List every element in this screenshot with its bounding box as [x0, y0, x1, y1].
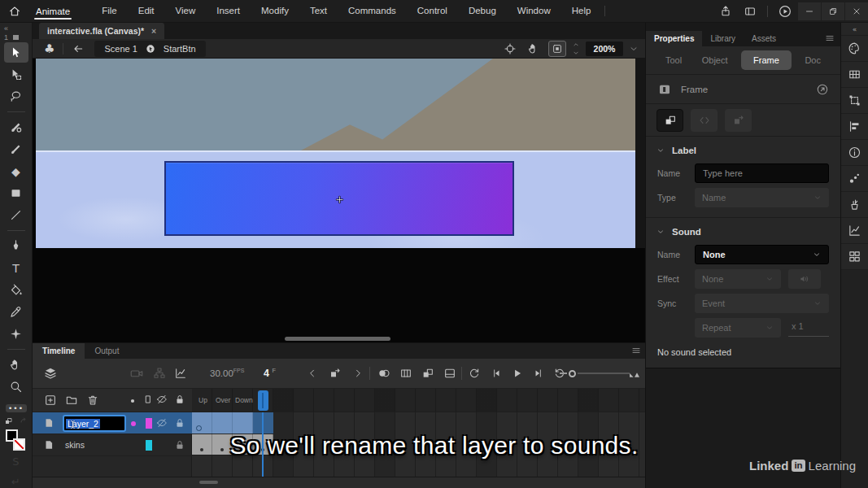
label-name-input[interactable]: Type here [695, 163, 829, 183]
menu-control[interactable]: Control [407, 0, 458, 22]
panel-align-button[interactable] [841, 113, 868, 139]
panel-transform-button[interactable] [841, 87, 868, 113]
tool-fluid-brush[interactable] [4, 117, 28, 137]
play-button[interactable] [509, 365, 526, 381]
label-type-select[interactable]: Name [695, 188, 829, 207]
tool-pen[interactable] [4, 236, 28, 256]
app-name[interactable]: Animate [29, 0, 81, 22]
fps-display[interactable]: 30.00FPS [210, 368, 244, 378]
layer-outline-dot[interactable] [131, 421, 136, 426]
default-colors-icon[interactable] [4, 416, 14, 426]
sound-sync-select[interactable]: Event [695, 294, 829, 313]
properties-mode-tool[interactable]: Tool [659, 51, 688, 69]
lock-column-icon[interactable] [174, 394, 185, 405]
properties-mode-doc[interactable]: Doc [798, 51, 827, 69]
tool-asset-warp[interactable] [4, 324, 28, 344]
panel-tab-assets[interactable]: Assets [744, 31, 784, 46]
auto-keyframe-button[interactable] [656, 109, 683, 132]
tool-text[interactable]: T [4, 258, 28, 278]
camera-button[interactable] [129, 365, 145, 381]
menu-view[interactable]: View [165, 0, 207, 22]
tool-lasso[interactable] [4, 86, 28, 107]
test-movie-button[interactable] [773, 0, 797, 22]
zoom-stepper[interactable] [572, 41, 580, 56]
graph-editor-button[interactable] [172, 365, 189, 381]
breadcrumb-symbol[interactable]: StartBtn [164, 44, 196, 54]
insert-keyframe-button[interactable] [327, 365, 343, 381]
step-back-button[interactable] [488, 365, 504, 381]
tool-eraser[interactable]: ◆ [4, 161, 28, 181]
onion-skin-outlines-button[interactable] [398, 365, 414, 381]
loop-count-input[interactable]: x 1 [788, 319, 829, 337]
panel-history-button[interactable] [841, 217, 868, 243]
new-layer-button[interactable] [44, 394, 57, 407]
fill-column-icon[interactable] [142, 394, 154, 405]
selected-frames[interactable] [192, 412, 253, 434]
tool-paint-bucket[interactable] [4, 280, 28, 300]
prev-keyframe-button[interactable] [304, 365, 321, 381]
sound-name-select[interactable]: None [695, 245, 829, 264]
swap-colors-icon[interactable] [19, 416, 28, 426]
properties-mode-object[interactable]: Object [696, 51, 735, 69]
workspace-button[interactable] [738, 0, 762, 22]
panel-info-button[interactable] [841, 139, 868, 165]
next-keyframe-button[interactable] [350, 365, 366, 381]
timeline-menu-icon[interactable] [631, 346, 641, 355]
back-icon[interactable] [72, 42, 85, 55]
layer-color-chip[interactable] [146, 418, 152, 429]
tool-classic-brush[interactable] [4, 139, 28, 159]
insert-frame-button[interactable] [442, 365, 458, 381]
layer-row-layer2[interactable]: Layer_2 [33, 412, 192, 434]
tab-close-icon[interactable]: × [151, 26, 156, 36]
properties-menu-icon[interactable] [825, 33, 835, 43]
rotate-tool-button[interactable] [525, 41, 543, 57]
layer-lock-icon[interactable] [174, 417, 185, 429]
tool-subselection[interactable] [4, 64, 28, 85]
delete-layer-button[interactable] [86, 394, 99, 407]
playhead[interactable] [258, 390, 268, 411]
center-stage-button[interactable] [501, 41, 519, 57]
zoom-dropdown-icon[interactable] [629, 44, 639, 54]
edit-multiple-frames-button[interactable] [420, 365, 436, 381]
new-folder-button[interactable] [65, 394, 78, 407]
clip-content-button[interactable] [548, 41, 566, 57]
sound-loop-select[interactable]: Repeat [695, 318, 781, 338]
tool-zoom[interactable] [4, 377, 28, 397]
current-frame-display[interactable]: 4 F [264, 367, 276, 379]
panel-color-button[interactable] [841, 35, 868, 61]
menu-modify[interactable]: Modify [251, 0, 299, 22]
timeline-tab-timeline[interactable]: Timeline [33, 343, 85, 359]
visibility-column-icon[interactable] [156, 394, 168, 405]
properties-mode-frame[interactable]: Frame [741, 50, 792, 70]
frame-code-button[interactable] [691, 109, 718, 132]
timeline-tab-output[interactable]: Output [85, 343, 129, 359]
menu-commands[interactable]: Commands [338, 0, 407, 22]
timeline-hscrollbar[interactable] [199, 481, 218, 484]
strip-collapse-icon[interactable]: « [841, 23, 868, 35]
tool-eyedropper[interactable] [4, 302, 28, 322]
breadcrumb-scene[interactable]: Scene 1 [104, 44, 137, 54]
tool-rectangle[interactable] [4, 183, 28, 203]
home-button[interactable] [0, 0, 29, 22]
tool-line[interactable] [4, 205, 28, 225]
sound-section-header[interactable]: Sound [646, 217, 840, 242]
menu-edit[interactable]: Edit [128, 0, 165, 22]
document-tab[interactable]: interactive.fla (Canvas)* × [39, 23, 164, 39]
panel-tab-library[interactable]: Library [702, 31, 744, 46]
tools-collapse-icon[interactable]: « [4, 24, 28, 33]
menu-file[interactable]: File [91, 0, 128, 22]
resize-timeline-icon[interactable] [627, 367, 642, 380]
layer-parenting-button[interactable] [151, 365, 168, 381]
layer-name-input[interactable]: Layer_2 [63, 415, 126, 432]
panel-tab-properties[interactable]: Properties [646, 31, 702, 46]
panel-brushes-button[interactable] [841, 191, 868, 217]
tool-selection[interactable] [4, 42, 28, 63]
menu-debug[interactable]: Debug [458, 0, 507, 22]
layer-hide-icon[interactable] [156, 417, 168, 429]
minimize-button[interactable] [797, 2, 821, 20]
label-section-header[interactable]: Label [646, 137, 840, 161]
panel-libraries-button[interactable] [841, 165, 868, 191]
edit-sound-button[interactable] [788, 269, 821, 289]
step-forward-button[interactable] [530, 365, 547, 381]
menu-window[interactable]: Window [507, 0, 561, 22]
